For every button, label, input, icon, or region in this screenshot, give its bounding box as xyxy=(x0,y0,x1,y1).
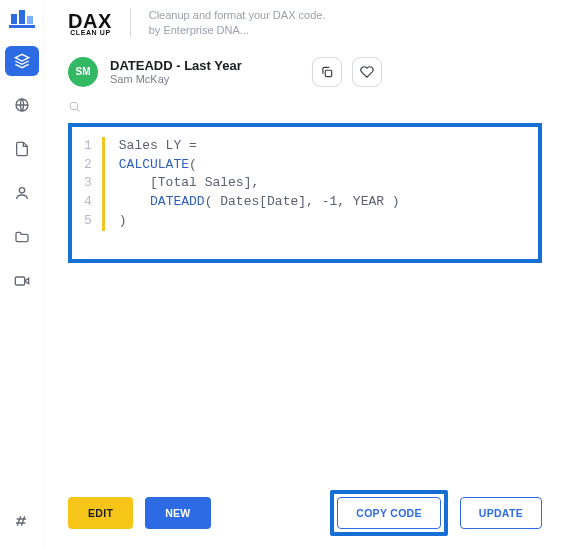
code-line-1: Sales LY = xyxy=(119,138,197,153)
nav-item-folder[interactable] xyxy=(5,222,39,252)
nav-item-globe[interactable] xyxy=(5,90,39,120)
edit-button[interactable]: EDIT xyxy=(68,497,133,529)
search-row[interactable] xyxy=(68,99,542,117)
copy-code-button[interactable]: COPY CODE xyxy=(337,497,441,529)
logo-subtext: CLEAN UP xyxy=(70,29,111,36)
header-separator xyxy=(130,8,131,38)
line-accent-bar xyxy=(102,137,105,231)
new-button[interactable]: NEW xyxy=(145,497,210,529)
line-gutter: 1 2 3 4 5 xyxy=(84,137,102,231)
svg-rect-2 xyxy=(27,16,33,24)
sidebar xyxy=(0,0,44,548)
code-keyword-dateadd: DATEADD xyxy=(150,194,205,209)
tagline: Cleanup and format your DAX code. by Ent… xyxy=(149,8,326,39)
svg-rect-6 xyxy=(15,277,24,285)
svg-point-5 xyxy=(19,188,24,193)
copy-icon-button[interactable] xyxy=(312,57,342,87)
nav-item-file[interactable] xyxy=(5,134,39,164)
document-header: SM DATEADD - Last Year Sam McKay xyxy=(68,57,542,87)
search-icon xyxy=(68,100,81,113)
document-title: DATEADD - Last Year xyxy=(110,58,242,73)
nav-item-blocks[interactable] xyxy=(5,46,39,76)
svg-rect-7 xyxy=(325,70,331,76)
tagline-line1: Cleanup and format your DAX code. xyxy=(149,8,326,23)
author-avatar: SM xyxy=(68,57,98,87)
document-author: Sam McKay xyxy=(110,73,242,85)
code-content[interactable]: Sales LY = CALCULATE( [Total Sales], DAT… xyxy=(119,137,400,231)
update-button[interactable]: UPDATE xyxy=(460,497,542,529)
svg-rect-3 xyxy=(9,25,35,28)
code-editor-highlight: 1 2 3 4 5 Sales LY = CALCULATE( [Total S… xyxy=(68,123,542,263)
code-line-3: [Total Sales], xyxy=(119,175,259,190)
code-keyword-calculate: CALCULATE xyxy=(119,157,189,172)
main-panel: DAX CLEAN UP Cleanup and format your DAX… xyxy=(44,0,564,548)
code-line-5: ) xyxy=(119,213,127,228)
copy-code-highlight: COPY CODE xyxy=(330,490,448,536)
tagline-line2: by Enterprise DNA... xyxy=(149,23,326,38)
svg-rect-1 xyxy=(19,10,25,24)
svg-rect-0 xyxy=(11,14,17,24)
code-editor[interactable]: 1 2 3 4 5 Sales LY = CALCULATE( [Total S… xyxy=(84,137,526,231)
nav-item-user[interactable] xyxy=(5,178,39,208)
favorite-icon-button[interactable] xyxy=(352,57,382,87)
svg-point-8 xyxy=(70,102,78,110)
nav-item-video[interactable] xyxy=(5,266,39,296)
brand-icon xyxy=(9,6,35,28)
logo-text: DAX xyxy=(68,11,112,31)
footer-actions: EDIT NEW COPY CODE UPDATE xyxy=(68,484,542,536)
header: DAX CLEAN UP Cleanup and format your DAX… xyxy=(68,8,542,39)
logo: DAX CLEAN UP xyxy=(68,11,112,36)
nav-item-settings[interactable] xyxy=(5,506,39,536)
